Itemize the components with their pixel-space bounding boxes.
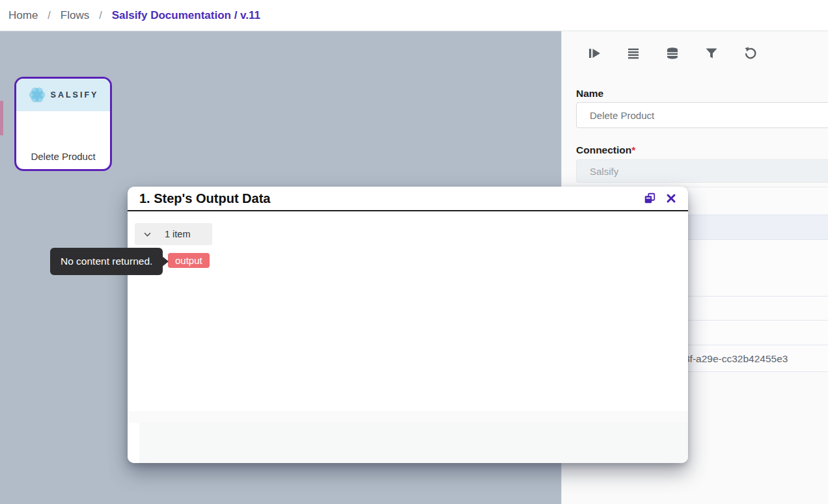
step-output-modal: 1. Step's Output Data 1 item output — [128, 187, 688, 463]
flow-step-node[interactable]: SALSIFY Delete Product — [14, 77, 112, 171]
modal-footer — [139, 423, 688, 463]
modal-footer-band — [128, 411, 688, 423]
items-collapse-toggle[interactable]: 1 item — [135, 223, 212, 245]
breadcrumb-home[interactable]: Home — [8, 9, 38, 22]
chevron-down-icon — [143, 230, 152, 239]
log-list-icon[interactable] — [626, 46, 641, 61]
name-input[interactable] — [576, 102, 828, 128]
breadcrumb-flows[interactable]: Flows — [61, 9, 89, 22]
name-field-label: Name — [576, 88, 603, 99]
tooltip-text: No content returned. — [61, 256, 152, 267]
tooltip: No content returned. — [50, 248, 163, 275]
node-header: SALSIFY — [16, 79, 110, 111]
breadcrumb-current-flow: Salsify Documentation / v.11 — [112, 9, 260, 22]
required-asterisk: * — [631, 144, 635, 155]
output-badge[interactable]: output — [168, 253, 210, 268]
close-icon[interactable] — [665, 192, 678, 205]
canvas-left-accent — [0, 101, 3, 135]
salsify-flower-icon — [28, 86, 46, 104]
node-brand-text: SALSIFY — [51, 90, 99, 99]
connection-input[interactable] — [576, 159, 828, 183]
breadcrumb-separator: / — [48, 10, 50, 21]
node-step-label: Delete Product — [16, 151, 110, 162]
breadcrumb: Home / Flows / Salsify Documentation / v… — [0, 0, 828, 31]
modal-title: 1. Step's Output Data — [139, 191, 643, 206]
connection-field-label: Connection* — [576, 144, 635, 156]
app-window: Home / Flows / Salsify Documentation / v… — [0, 0, 828, 504]
modal-footer-corner — [128, 423, 139, 463]
filter-icon[interactable] — [704, 46, 719, 61]
undo-icon[interactable] — [743, 46, 758, 61]
connection-label-text: Connection — [576, 144, 631, 155]
copy-icon[interactable] — [643, 192, 656, 205]
step-toolbar — [586, 46, 758, 61]
tooltip-arrow — [162, 256, 169, 267]
items-count-label: 1 item — [165, 229, 191, 239]
breadcrumb-separator: / — [99, 10, 102, 21]
database-icon[interactable] — [665, 46, 680, 61]
modal-header: 1. Step's Output Data — [128, 187, 688, 211]
modal-header-actions — [643, 192, 678, 205]
run-step-icon[interactable] — [586, 46, 602, 61]
